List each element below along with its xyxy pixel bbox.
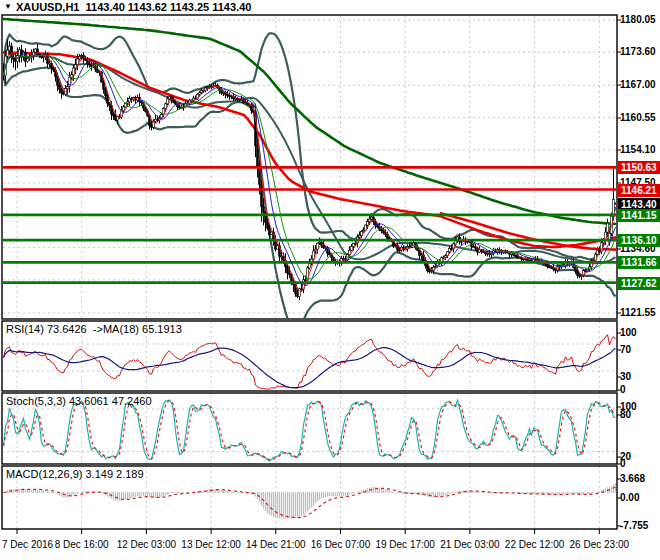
stoch-scale-label: 0 xyxy=(620,458,626,470)
price-axis-label: 1160.55 xyxy=(620,112,656,124)
rsi-scale-label: 70 xyxy=(620,344,631,356)
chart-header: ▼ XAUUSD,H1 1143.40 1143.62 1143.25 1143… xyxy=(4,0,251,14)
price-axis-label: 1167.00 xyxy=(620,79,656,91)
rsi-scale-label: 0 xyxy=(620,384,626,396)
macd-scale-label: 3.668 xyxy=(620,473,645,485)
rsi-panel xyxy=(2,335,617,390)
symbol-marker-icon: ▼ xyxy=(4,0,12,14)
stoch-scale-label: 80 xyxy=(620,409,631,421)
macd-scale-label: 0.00 xyxy=(620,492,639,504)
price-axis-label: 1154.10 xyxy=(620,144,656,156)
rsi-scale-label: 30 xyxy=(620,371,631,383)
rsi-scale-label: 100 xyxy=(620,327,637,339)
price-axis-label: 1173.60 xyxy=(620,46,656,58)
time-axis-label: 26 Dec 23:00 xyxy=(554,539,644,551)
price-axis-label: 1180.05 xyxy=(620,14,656,26)
stoch-panel xyxy=(2,400,617,461)
price-badge-support: 1136.10 xyxy=(618,234,660,247)
panel-frames xyxy=(2,15,621,534)
symbol-ohlc-line: XAUUSD,H1 1143.40 1143.62 1143.25 1143.4… xyxy=(16,1,251,13)
price-badge-support: 1131.66 xyxy=(618,256,660,269)
price-badge-support: 1141.15 xyxy=(618,209,660,222)
trading-chart-window: ▼ XAUUSD,H1 1143.40 1143.62 1143.25 1143… xyxy=(0,0,660,560)
rsi-indicator-label: RSI(14) 73.6426 ->MA(18) 65.1913 xyxy=(6,323,182,335)
levels-layer xyxy=(2,53,617,293)
macd-indicator-label: MACD(12,26,9) 3.149 2.189 xyxy=(6,468,144,480)
price-badge-support: 1127.62 xyxy=(618,277,660,290)
price-badge-resistance: 1146.21 xyxy=(618,184,660,197)
macd-scale-label: -7.755 xyxy=(620,520,648,532)
price-badge-resistance: 1150.63 xyxy=(618,161,660,174)
macd-panel xyxy=(2,483,617,518)
price-axis-label: 1121.55 xyxy=(620,307,656,319)
stoch-indicator-label: Stoch(5,3,3) 43.6061 47.2460 xyxy=(6,395,152,407)
